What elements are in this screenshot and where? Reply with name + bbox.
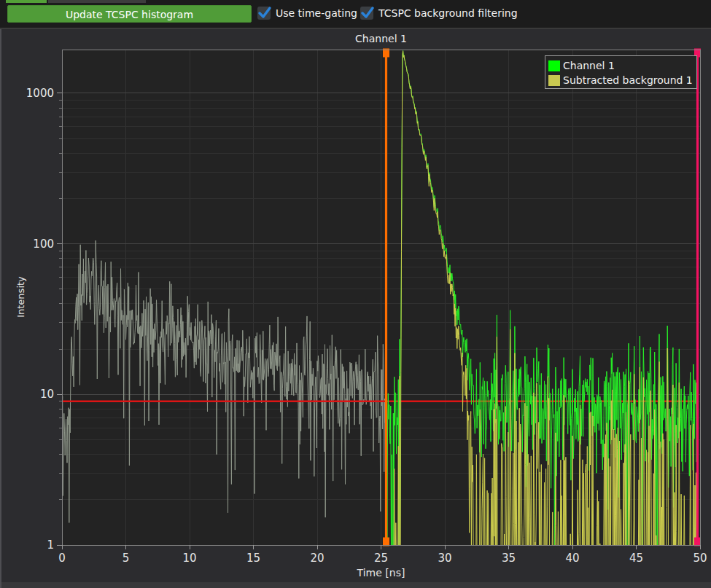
x-tick-label: 50 <box>693 552 707 565</box>
x-tick-label: 0 <box>58 552 66 565</box>
tcspc-background-filtering-checkbox[interactable]: TCSPC background filtering <box>360 7 518 20</box>
inactive-tab-indicator[interactable] <box>48 0 146 3</box>
x-tick-label: 20 <box>310 552 324 565</box>
x-tick-label: 5 <box>123 552 130 565</box>
chart-title: Channel 1 <box>62 33 700 44</box>
x-tick-label: 30 <box>438 552 451 565</box>
legend-swatch-channel-1 <box>548 60 560 71</box>
checkbox-label: TCSPC background filtering <box>378 7 518 19</box>
use-time-gating-checkbox[interactable]: Use time-gating <box>257 7 357 20</box>
y-tick-label: 100 <box>33 238 54 251</box>
x-tick-label: 25 <box>374 552 388 565</box>
legend-swatch-subtracted-background <box>548 75 560 86</box>
checkbox-box[interactable] <box>257 7 271 20</box>
y-tick-label: 1000 <box>26 87 54 100</box>
toolbar: Update TCSPC histogram Use time-gating T… <box>0 0 711 29</box>
legend-item-channel-1: Channel 1 <box>548 58 693 73</box>
window-left-edge <box>0 0 1 588</box>
legend-label: Channel 1 <box>563 60 615 71</box>
tcspc-histogram-window: 051015202530354045501101001000 Channel 1… <box>0 0 711 588</box>
x-tick-label: 15 <box>246 552 260 565</box>
y-axis-label: Intensity <box>15 261 26 334</box>
x-axis-label: Time [ns] <box>62 567 700 579</box>
x-tick-label: 35 <box>502 552 516 565</box>
tcspc-chart: 051015202530354045501101001000 <box>0 28 711 588</box>
window-bottom-edge <box>0 582 711 588</box>
checkbox-label: Use time-gating <box>276 7 357 19</box>
y-tick-label: 1 <box>47 538 54 552</box>
check-icon <box>257 4 273 20</box>
checkbox-box[interactable] <box>360 7 373 20</box>
x-tick-label: 40 <box>565 552 579 565</box>
legend-label: Subtracted background 1 <box>563 74 693 86</box>
update-histogram-button[interactable]: Update TCSPC histogram <box>7 5 252 23</box>
check-icon <box>360 4 376 20</box>
legend-item-subtracted-background: Subtracted background 1 <box>548 73 693 87</box>
x-tick-label: 45 <box>629 552 643 565</box>
y-tick-label: 10 <box>40 388 54 401</box>
x-tick-label: 10 <box>182 552 196 565</box>
active-tab-indicator[interactable] <box>6 0 47 3</box>
legend: Channel 1 Subtracted background 1 <box>545 55 697 89</box>
